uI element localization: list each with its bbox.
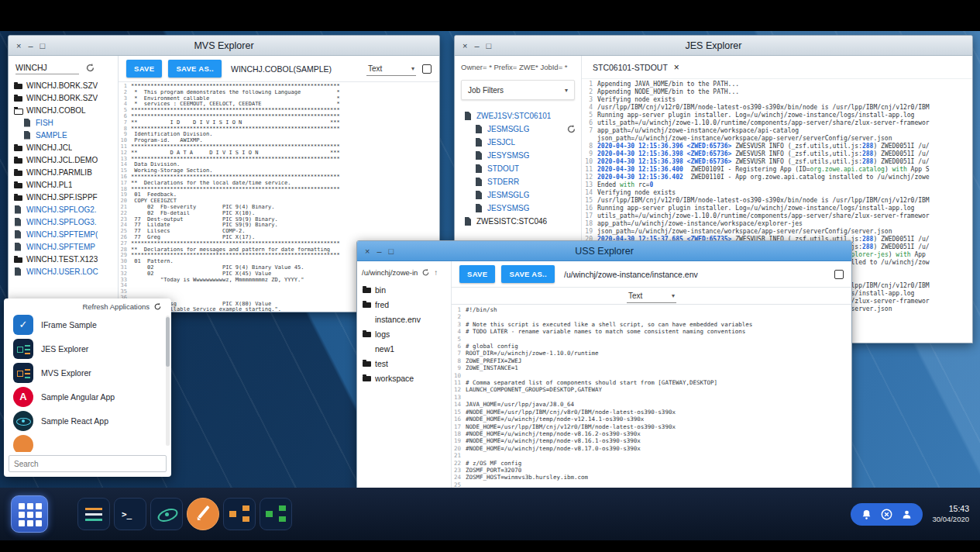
code-line: 23 77 Dest-output PIC S9(9) Binary.	[119, 217, 439, 223]
dataset-tree-item[interactable]: WINCHJ.JCL	[9, 141, 118, 154]
log-line: 10 2020-04-30 12:15:36.398 <ZWED:65736> …	[582, 158, 972, 166]
spool-tab[interactable]: STC06101-STDOUT ×	[593, 62, 679, 73]
job-tree-item[interactable]: JESYSMSG	[459, 202, 575, 215]
maximize-icon[interactable]: □	[487, 36, 492, 56]
uss-tree-item[interactable]: logs	[357, 326, 451, 341]
dataset-tree-item[interactable]: WINCHJ.USER.LOC	[9, 265, 118, 278]
minimize-icon[interactable]: –	[28, 36, 33, 56]
start-menu-button[interactable]	[11, 495, 48, 533]
expand-editor-icon[interactable]	[422, 64, 432, 74]
dataset-tree-item[interactable]: WINCHJ.PARMLIB	[9, 166, 118, 178]
minimize-icon[interactable]: –	[377, 241, 381, 261]
dataset-filter-input[interactable]	[15, 61, 79, 74]
dataset-tree-item[interactable]: SAMPLE	[9, 129, 118, 141]
dataset-tree-item[interactable]: WINCHJ.PL1	[9, 178, 118, 191]
close-icon[interactable]: ×	[16, 36, 21, 56]
bell-icon[interactable]	[861, 509, 872, 520]
code-line: 25 77 Lilsecs COMP-2.	[119, 229, 439, 235]
taskbar-app-icon[interactable]	[77, 498, 110, 530]
job-tree-item[interactable]: ZWESISTC:STC046	[459, 215, 575, 228]
jes-titlebar[interactable]: × – □ JES Explorer	[455, 36, 972, 56]
syntax-select[interactable]: Text ▾	[627, 289, 676, 303]
taskbar-app-icon[interactable]	[260, 498, 292, 530]
dataset-label: WINCHJ.SPFTEMP(	[26, 230, 98, 239]
launcher-app-item[interactable]	[4, 433, 171, 452]
code-line: 4 # TODO LATER - rename variable names t…	[452, 328, 851, 335]
dataset-label: WINCHJ.JCL	[26, 143, 72, 152]
refresh-icon[interactable]	[85, 63, 95, 73]
expand-editor-icon[interactable]	[834, 270, 844, 279]
dataset-tree-item[interactable]: WINCHJ.SPFLOG3.	[9, 216, 118, 228]
log-line: 13 Ended with rc=0	[582, 181, 972, 189]
job-tree-item[interactable]: STDERR	[459, 175, 575, 188]
dataset-tree-item[interactable]: WINCHJ.SPFTEMP(	[9, 228, 118, 240]
uss-tree-item[interactable]: fred	[357, 297, 451, 312]
dataset-tree-item[interactable]: WINCHJ.SPFLOG2.	[9, 203, 118, 216]
refresh-icon[interactable]	[421, 268, 430, 277]
launcher-app-item[interactable]: JES Explorer	[4, 336, 171, 361]
uss-titlebar[interactable]: × – □ USS Explorer	[357, 241, 851, 261]
dataset-icon	[14, 181, 22, 189]
dataset-tree-item[interactable]: WINCHJ.BORK.SZV	[9, 79, 118, 91]
taskbar-app-icon[interactable]	[223, 498, 256, 530]
save-as-button[interactable]: SAVE AS..	[168, 60, 222, 78]
job-tree-item[interactable]: JESMSGLG	[459, 122, 575, 136]
code-line: 1 **************************************…	[119, 84, 439, 90]
job-tree-item[interactable]: JESJCL	[459, 136, 575, 149]
line-text: app_path=/u/winchj/zowe-instance/workspa…	[597, 220, 803, 228]
uss-tree-item[interactable]: new1	[357, 341, 451, 356]
dataset-tree-item[interactable]: WINCHJ.JCL.DEMO	[9, 154, 118, 166]
save-button[interactable]: SAVE	[459, 265, 495, 283]
user-icon[interactable]	[901, 509, 913, 520]
maximize-icon[interactable]: □	[389, 241, 394, 261]
launcher-scrollbar[interactable]	[166, 316, 170, 446]
uss-tree-item[interactable]: bin	[357, 282, 451, 297]
job-filters-toggle[interactable]: Job Filters ▾	[461, 80, 575, 100]
dataset-tree-item[interactable]: WINCHJ.BORK.SZV	[9, 91, 118, 104]
job-tree-label: ZWESISTC:STC046	[476, 217, 547, 226]
dataset-tree-item[interactable]: FISH	[9, 116, 118, 129]
maximize-icon[interactable]: □	[40, 36, 46, 56]
job-tree-item[interactable]: ZWEJ1SV:STC06101	[459, 109, 575, 122]
shell-script-editor[interactable]: 1 #!/bin/sh 2 3 # Note this scrip	[452, 305, 851, 489]
line-text: 2020-04-30 12:15:36.402 ZWED0110I - App …	[597, 174, 930, 181]
code-line: 3 * Environment callable *	[119, 96, 439, 102]
app-search-input[interactable]	[14, 460, 161, 468]
syntax-select[interactable]: Text ▾	[366, 62, 416, 76]
uss-tree-item[interactable]: test	[357, 356, 451, 371]
line-text: /usr/lpp/IBM/cnj/v12r0/IBM/node-latest-o…	[597, 197, 930, 205]
refresh-applications-button[interactable]: Refresh Applications	[4, 298, 171, 312]
launcher-app-label: JES Explorer	[41, 344, 88, 354]
close-icon[interactable]: ×	[365, 241, 370, 261]
mvs-titlebar[interactable]: × – □ MVS Explorer	[9, 36, 439, 56]
launcher-app-item[interactable]: IFrame Sample	[4, 312, 171, 336]
launcher-app-item[interactable]: Sample React App	[4, 409, 171, 433]
uss-tree-item[interactable]: workspace	[357, 371, 451, 385]
minimize-icon[interactable]: –	[474, 36, 479, 56]
line-text: utils_path=/u/winchj/zowe-1.10.0/runtime…	[597, 119, 930, 127]
taskbar-app-icon[interactable]	[150, 498, 183, 530]
job-tree-item[interactable]: JESYSMSG	[459, 149, 575, 162]
taskbar-app-icon[interactable]	[187, 498, 219, 530]
code-line: 16 #NODE_HOME=/u/winchj/temp/node-v12.14…	[452, 416, 851, 423]
refresh-icon[interactable]	[566, 124, 576, 134]
line-number: 4	[452, 328, 466, 335]
launcher-app-item[interactable]: Sample Angular App	[4, 385, 171, 409]
taskbar-app-icon[interactable]	[114, 498, 146, 530]
dataset-tree-item[interactable]: WINCHJ.SPF.ISPPF	[9, 191, 118, 203]
job-tree-item[interactable]: STDOUT	[459, 162, 575, 175]
close-icon[interactable]: ×	[462, 36, 467, 56]
up-directory-icon[interactable]: ↑	[434, 268, 438, 277]
close-circle-icon[interactable]	[881, 509, 892, 520]
save-as-button[interactable]: SAVE AS..	[501, 265, 555, 283]
dataset-tree-item[interactable]: WINCHJ.TEST.X123	[9, 253, 118, 265]
dataset-tree-item[interactable]: WINCHJ.SPFTEMP	[9, 240, 118, 253]
launcher-app-item[interactable]: MVS Explorer	[4, 361, 171, 385]
save-button[interactable]: SAVE	[126, 60, 162, 78]
dataset-tree-item[interactable]: WINCHJ.COBOL	[9, 104, 118, 116]
line-text: #NODE_HOME=/usr/lpp/IBM/cnj/v8r0/IBM/nod…	[466, 409, 676, 416]
uss-tree-item[interactable]: instance.env	[357, 312, 451, 326]
close-tab-icon[interactable]: ×	[674, 62, 679, 73]
uss-path[interactable]: /u/winchj/zowe-in	[362, 268, 418, 277]
job-tree-item[interactable]: JESMSGLG	[459, 188, 575, 202]
